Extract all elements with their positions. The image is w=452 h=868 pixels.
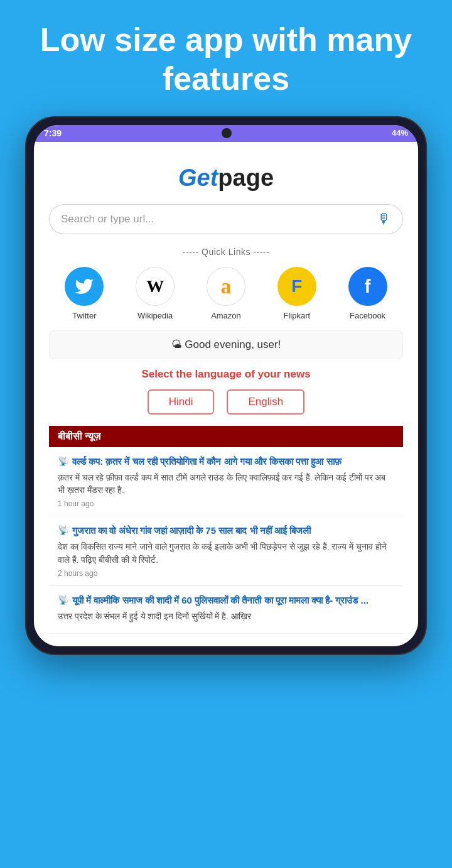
english-button[interactable]: English: [227, 389, 304, 415]
notch: [222, 128, 232, 138]
status-time: 7:39: [44, 128, 62, 138]
news-section: बीबीसी न्यूज़ 📡 वर्ल्ड कप: क़तर में चल र…: [49, 426, 403, 634]
quick-link-flipkart[interactable]: F Flipkart: [277, 267, 316, 320]
rss-icon-3: 📡: [58, 594, 68, 607]
hindi-button[interactable]: Hindi: [148, 389, 215, 415]
facebook-label: Facebook: [350, 311, 385, 320]
phone-frame: 7:39 44% Getpage Search or type url... 🎙…: [25, 116, 427, 655]
wikipedia-label: Wikipedia: [137, 311, 173, 320]
rss-icon-2: 📡: [58, 524, 68, 537]
quick-link-wikipedia[interactable]: W Wikipedia: [136, 267, 175, 320]
greeting-box: 🌤 Good evening, user!: [49, 330, 403, 359]
search-placeholder: Search or type url...: [61, 213, 377, 225]
amazon-label: Amazon: [211, 311, 241, 320]
logo-page: page: [218, 165, 274, 191]
twitter-icon: [65, 267, 104, 306]
quick-link-amazon[interactable]: a Amazon: [207, 267, 245, 320]
hero-section: Low size app with many features: [0, 0, 452, 116]
quick-link-facebook[interactable]: f Facebook: [348, 267, 387, 320]
news-excerpt-1: क़तर में चल रहे फ़ीफ़ा वर्ल्ड कप में सात…: [58, 472, 394, 497]
phone-screen: 7:39 44% Getpage Search or type url... 🎙…: [34, 125, 418, 646]
search-bar[interactable]: Search or type url... 🎙: [49, 204, 403, 234]
news-excerpt-2: देश का विकसित राज्य माने जाने वाले गुजरा…: [58, 541, 394, 567]
lang-select-label: Select the language of your news: [49, 368, 403, 381]
microphone-icon[interactable]: 🎙: [377, 211, 391, 227]
status-battery: 44%: [392, 128, 408, 138]
quick-links-row: Twitter W Wikipedia a Amazon F Flipkart: [49, 267, 403, 320]
status-bar: 7:39 44%: [34, 125, 418, 138]
app-content: Getpage Search or type url... 🎙 ----- Qu…: [34, 142, 418, 646]
news-time-2: 2 hours ago: [58, 569, 394, 578]
news-time-1: 1 hour ago: [58, 499, 394, 508]
amazon-icon: a: [207, 267, 245, 306]
lang-buttons: Hindi English: [49, 389, 403, 415]
quick-links-label: ----- Quick Links -----: [49, 247, 403, 257]
news-item-2[interactable]: 📡 गुजरात का वो अंधेरा गांव जहां आज़ादी क…: [49, 516, 403, 586]
hero-title: Low size app with many features: [0, 0, 452, 116]
news-title-3[interactable]: 📡 यूपी में वाल्मीकि समाज की शादी में 60 …: [58, 594, 394, 607]
news-title-2[interactable]: 📡 गुजरात का वो अंधेरा गांव जहां आज़ादी क…: [58, 524, 394, 537]
news-header: बीबीसी न्यूज़: [49, 426, 403, 447]
greeting-text: 🌤 Good evening, user!: [171, 339, 281, 350]
wikipedia-icon: W: [136, 267, 175, 306]
twitter-label: Twitter: [72, 311, 96, 320]
news-title-1[interactable]: 📡 वर्ल्ड कप: क़तर में चल रही प्रतियोगिता…: [58, 455, 394, 468]
quick-link-twitter[interactable]: Twitter: [65, 267, 104, 320]
logo-get: Get: [178, 165, 218, 191]
rss-icon-1: 📡: [58, 455, 68, 468]
news-item-3[interactable]: 📡 यूपी में वाल्मीकि समाज की शादी में 60 …: [49, 586, 403, 634]
news-item-1[interactable]: 📡 वर्ल्ड कप: क़तर में चल रही प्रतियोगिता…: [49, 447, 403, 517]
app-logo: Getpage: [49, 165, 403, 192]
flipkart-icon: F: [277, 267, 316, 306]
facebook-icon: f: [348, 267, 387, 306]
news-excerpt-3: उत्तर प्रदेश के संभल में हुई ये शादी इन …: [58, 610, 394, 623]
flipkart-label: Flipkart: [283, 311, 310, 320]
